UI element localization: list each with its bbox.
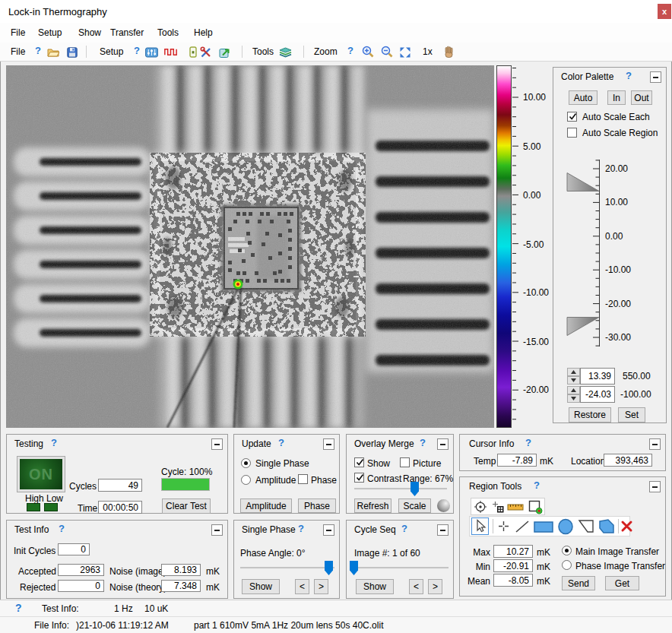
- help-icon[interactable]: ?: [525, 438, 531, 448]
- layers-icon[interactable]: [279, 46, 292, 59]
- phase-slider-track[interactable]: [240, 567, 334, 569]
- get-button[interactable]: Get: [605, 576, 639, 590]
- contrast-checkbox[interactable]: [354, 473, 364, 483]
- help-icon[interactable]: ?: [298, 524, 304, 534]
- select-arrow-tool[interactable]: [471, 517, 489, 535]
- lower-value-spinner[interactable]: [567, 386, 580, 403]
- upper-value-spinner[interactable]: [567, 368, 580, 385]
- square-wave-icon[interactable]: [164, 46, 177, 59]
- collapse-button[interactable]: [323, 524, 334, 536]
- upper-range-handle[interactable]: [567, 173, 599, 191]
- collapse-button[interactable]: [649, 481, 661, 492]
- collapse-button[interactable]: [650, 71, 661, 83]
- polygon-tool[interactable]: [598, 518, 616, 535]
- contrast-slider-thumb[interactable]: [410, 482, 419, 496]
- init-cycles-field[interactable]: 0: [58, 543, 90, 555]
- auto-scale-each-checkbox[interactable]: [567, 112, 577, 122]
- menu-tools[interactable]: Tools: [157, 23, 179, 43]
- mean-field[interactable]: -8.05: [493, 574, 533, 587]
- phase-slider-thumb[interactable]: [325, 561, 333, 575]
- on-indicator-button[interactable]: ON: [17, 456, 65, 492]
- open-folder-icon[interactable]: [46, 46, 59, 59]
- help-icon[interactable]: ?: [278, 438, 284, 448]
- menu-setup[interactable]: Setup: [38, 23, 62, 43]
- noise-theory-field[interactable]: 7.348: [161, 580, 201, 592]
- phase-button[interactable]: Phase: [298, 498, 336, 513]
- menu-help[interactable]: Help: [194, 23, 213, 43]
- time-field[interactable]: 00:00:50: [98, 501, 142, 514]
- scale-button[interactable]: Scale: [398, 498, 431, 513]
- ruler-icon[interactable]: [507, 500, 524, 514]
- single-phase-radio[interactable]: [241, 458, 251, 468]
- crosshair-tool[interactable]: [497, 520, 510, 533]
- palette-range-slider[interactable]: [553, 157, 667, 350]
- lower-value-field[interactable]: -24.03: [580, 386, 615, 403]
- collapse-button[interactable]: [323, 438, 334, 450]
- tools-wrench-icon[interactable]: [199, 46, 212, 59]
- line-tool[interactable]: [514, 519, 531, 534]
- mixer-settings-icon[interactable]: [145, 46, 158, 59]
- close-button[interactable]: x: [658, 4, 671, 19]
- help-icon[interactable]: ?: [51, 438, 57, 448]
- main-image-transfer-radio[interactable]: [562, 546, 572, 555]
- collapse-button[interactable]: [211, 524, 223, 536]
- auto-button[interactable]: Auto: [569, 90, 598, 105]
- sphere-icon[interactable]: [437, 499, 450, 512]
- zoom-out-icon[interactable]: [381, 46, 394, 59]
- collapse-button[interactable]: [211, 438, 223, 450]
- clear-test-button[interactable]: Clear Test: [162, 498, 211, 514]
- out-button[interactable]: Out: [631, 90, 652, 105]
- pixel-target-icon[interactable]: [491, 500, 505, 514]
- help-icon[interactable]: ?: [626, 71, 632, 81]
- phase-checkbox[interactable]: [298, 474, 308, 484]
- collapse-button[interactable]: [649, 438, 661, 450]
- contrast-slider-track[interactable]: [354, 488, 447, 490]
- bullseye-marker-icon[interactable]: [474, 500, 487, 514]
- lower-range-handle[interactable]: [567, 318, 599, 336]
- location-field[interactable]: 393,463: [604, 454, 652, 467]
- cycle-slider-track[interactable]: [353, 567, 449, 569]
- show-button[interactable]: Show: [242, 579, 280, 594]
- show-checkbox[interactable]: [354, 457, 364, 467]
- rectangle-tool[interactable]: [534, 521, 553, 533]
- setup-help-icon[interactable]: ?: [134, 46, 140, 56]
- collapse-button[interactable]: [437, 524, 449, 536]
- set-button[interactable]: Set: [618, 407, 645, 423]
- polyline-tool[interactable]: [578, 519, 594, 534]
- amplitude-button[interactable]: Amplitude: [240, 498, 292, 513]
- rejected-field[interactable]: 0: [58, 580, 104, 592]
- zoom-in-icon[interactable]: [362, 46, 375, 59]
- export-image-icon[interactable]: [218, 46, 231, 59]
- delete-region-tool[interactable]: [620, 520, 633, 533]
- temp-field[interactable]: -7.89: [497, 454, 537, 467]
- menu-transfer[interactable]: Transfer: [110, 23, 144, 43]
- auto-scale-region-checkbox[interactable]: [567, 128, 577, 138]
- prev-button[interactable]: <: [409, 579, 423, 594]
- zoom-help-icon[interactable]: ?: [347, 46, 353, 56]
- cycle-slider-thumb[interactable]: [350, 561, 358, 575]
- next-button[interactable]: >: [428, 579, 442, 594]
- restore-button[interactable]: Restore: [569, 407, 611, 423]
- region-rect-marker-icon[interactable]: [528, 499, 543, 514]
- max-field[interactable]: 10.27: [493, 545, 533, 558]
- amplitude-radio[interactable]: [241, 475, 251, 485]
- help-icon[interactable]: ?: [401, 524, 407, 534]
- help-icon[interactable]: ?: [420, 438, 426, 448]
- help-icon[interactable]: ?: [59, 524, 65, 534]
- prev-button[interactable]: <: [295, 579, 309, 594]
- phase-image-transfer-radio[interactable]: [562, 560, 572, 570]
- menu-show[interactable]: Show: [78, 23, 101, 43]
- battery-icon[interactable]: [186, 46, 199, 59]
- show-button[interactable]: Show: [356, 579, 394, 594]
- upper-value-field[interactable]: 13.39: [580, 368, 615, 385]
- zoom-fit-icon[interactable]: [398, 46, 411, 59]
- noise-image-field[interactable]: 8.193: [161, 564, 201, 576]
- send-button[interactable]: Send: [562, 576, 595, 590]
- accepted-field[interactable]: 2963: [58, 564, 104, 576]
- pan-hand-icon[interactable]: [442, 46, 455, 59]
- status-help-icon[interactable]: ?: [15, 603, 22, 613]
- file-help-icon[interactable]: ?: [35, 46, 41, 56]
- min-field[interactable]: -20.91: [493, 559, 533, 572]
- refresh-button[interactable]: Refresh: [354, 498, 391, 513]
- thermal-image[interactable]: [6, 65, 494, 428]
